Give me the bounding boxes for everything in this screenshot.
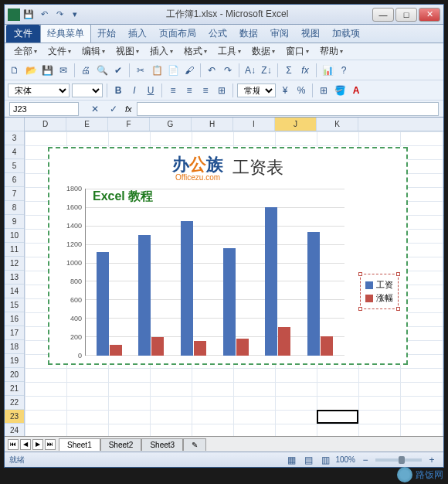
next-sheet-button[interactable]: ▶ <box>32 439 43 450</box>
preview-icon[interactable]: 🔍 <box>95 63 109 77</box>
bar[interactable] <box>194 341 206 356</box>
bold-icon[interactable]: B <box>111 84 125 97</box>
align-left-icon[interactable]: ≡ <box>166 84 180 97</box>
currency-icon[interactable]: ¥ <box>278 84 292 97</box>
menu-edit[interactable]: 编辑▾ <box>77 43 110 60</box>
menu-file[interactable]: 文件▾ <box>43 43 76 60</box>
row-header[interactable]: 7 <box>5 187 24 201</box>
tab-layout[interactable]: 页面布局 <box>153 25 202 43</box>
align-right-icon[interactable]: ≡ <box>199 84 212 97</box>
close-button[interactable]: ✕ <box>419 8 440 22</box>
fx-icon[interactable]: fx <box>298 63 312 77</box>
row-header[interactable]: 5 <box>5 159 24 173</box>
menu-format[interactable]: 格式▾ <box>179 43 212 60</box>
borders-icon[interactable]: ⊞ <box>317 84 331 97</box>
col-header[interactable]: F <box>108 118 150 131</box>
last-sheet-button[interactable]: ⏭ <box>45 439 56 450</box>
bar[interactable] <box>181 221 193 356</box>
col-header[interactable]: D <box>25 118 66 131</box>
name-box[interactable]: J23 <box>9 102 79 116</box>
sheet-tab[interactable]: Sheet2 <box>100 438 142 451</box>
save-icon[interactable]: 💾 <box>40 63 54 77</box>
bar[interactable] <box>265 207 277 356</box>
bar[interactable] <box>110 345 122 356</box>
sheet-tab[interactable]: Sheet3 <box>141 438 183 451</box>
bar[interactable] <box>307 232 320 356</box>
merge-icon[interactable]: ⊞ <box>215 84 229 97</box>
save-icon[interactable]: 💾 <box>22 8 36 22</box>
chart-icon[interactable]: 📊 <box>321 63 334 77</box>
row-header[interactable]: 24 <box>5 424 24 436</box>
redo-icon[interactable]: ↷ <box>53 8 66 22</box>
row-header[interactable]: 6 <box>5 173 24 187</box>
maximize-button[interactable]: □ <box>395 8 417 22</box>
tab-formulas[interactable]: 公式 <box>202 25 233 43</box>
new-sheet-button[interactable]: ✎ <box>183 438 206 451</box>
col-header[interactable]: H <box>192 118 233 131</box>
minimize-button[interactable]: — <box>372 8 394 22</box>
align-center-icon[interactable]: ≡ <box>182 84 196 97</box>
col-header[interactable]: G <box>150 118 192 131</box>
bar[interactable] <box>138 235 151 356</box>
bar[interactable] <box>321 336 333 356</box>
view-layout-icon[interactable]: ▤ <box>301 453 315 467</box>
new-icon[interactable]: 🗋 <box>8 63 22 77</box>
row-header[interactable]: 22 <box>5 396 24 410</box>
zoom-in-button[interactable]: + <box>425 453 439 467</box>
row-header[interactable]: 9 <box>5 215 24 229</box>
fx-label[interactable]: fx <box>125 104 132 114</box>
bar[interactable] <box>223 248 236 356</box>
undo-icon[interactable]: ↶ <box>205 63 219 77</box>
row-header[interactable]: 12 <box>5 257 24 271</box>
row-header[interactable]: 23 <box>5 410 24 424</box>
mail-icon[interactable]: ✉ <box>56 63 70 77</box>
zoom-out-button[interactable]: − <box>358 453 372 467</box>
zoom-slider[interactable] <box>375 458 422 462</box>
bar[interactable] <box>97 252 109 356</box>
font-select[interactable]: 宋体 <box>8 84 70 97</box>
col-header[interactable]: K <box>317 118 358 131</box>
format-painter-icon[interactable]: 🖌 <box>182 63 196 77</box>
tab-view[interactable]: 视图 <box>295 25 326 43</box>
cut-icon[interactable]: ✂ <box>134 63 148 77</box>
menu-window[interactable]: 窗口▾ <box>281 43 314 60</box>
fill-color-icon[interactable]: 🪣 <box>333 84 347 97</box>
undo-icon[interactable]: ↶ <box>37 8 51 22</box>
active-cell[interactable] <box>317 410 358 424</box>
bar[interactable] <box>151 337 164 356</box>
formula-input[interactable] <box>137 102 439 116</box>
underline-icon[interactable]: U <box>144 84 158 97</box>
bar[interactable] <box>236 339 249 356</box>
tab-addins[interactable]: 加载项 <box>326 25 366 43</box>
cells-grid[interactable]: 办公族 Officezu.com 工资表 Excel 教程 0200400600… <box>25 131 443 436</box>
row-header[interactable]: 15 <box>5 298 24 312</box>
first-sheet-button[interactable]: ⏮ <box>8 439 19 450</box>
menu-insert[interactable]: 插入▾ <box>145 43 178 60</box>
prev-sheet-button[interactable]: ◀ <box>20 439 31 450</box>
spell-icon[interactable]: ✔ <box>111 63 125 77</box>
row-header[interactable]: 11 <box>5 243 24 257</box>
row-header[interactable]: 17 <box>5 326 24 340</box>
row-header[interactable]: 13 <box>5 271 24 285</box>
confirm-fx-icon[interactable]: ✓ <box>107 102 120 116</box>
view-normal-icon[interactable]: ▦ <box>284 453 298 467</box>
number-format-select[interactable]: 常规 <box>237 84 276 97</box>
help-icon[interactable]: ? <box>337 63 351 77</box>
print-icon[interactable]: 🖨 <box>79 63 93 77</box>
tab-insert[interactable]: 插入 <box>122 25 153 43</box>
sort-asc-icon[interactable]: A↓ <box>243 63 257 77</box>
row-header[interactable]: 10 <box>5 229 24 243</box>
tab-data[interactable]: 数据 <box>233 25 264 43</box>
menu-help[interactable]: 帮助▾ <box>315 43 348 60</box>
col-header[interactable]: J <box>275 118 317 131</box>
view-break-icon[interactable]: ▥ <box>318 453 332 467</box>
chart-legend[interactable]: 工资 涨幅 <box>360 274 399 309</box>
font-color-icon[interactable]: A <box>349 84 363 97</box>
menu-tools[interactable]: 工具▾ <box>213 43 246 60</box>
percent-icon[interactable]: % <box>294 84 308 97</box>
file-tab[interactable]: 文件 <box>6 25 40 43</box>
tab-classic-menu[interactable]: 经典菜单 <box>40 24 91 43</box>
tab-home[interactable]: 开始 <box>91 25 122 43</box>
row-header[interactable]: 19 <box>5 354 24 368</box>
autosum-icon[interactable]: Σ <box>282 63 296 77</box>
